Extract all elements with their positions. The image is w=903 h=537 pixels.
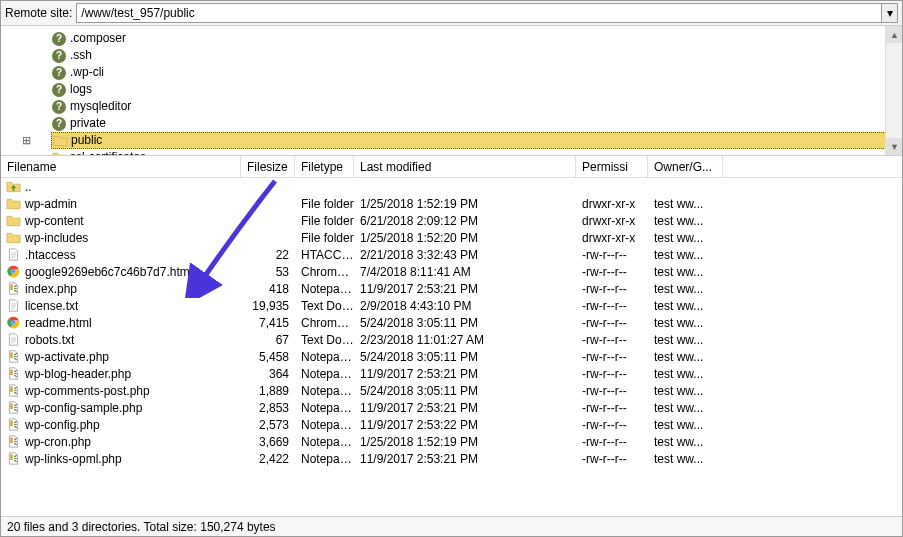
file-size: 22 <box>241 248 295 262</box>
file-permissions: -rw-r--r-- <box>576 248 648 262</box>
text-file-icon <box>5 247 21 263</box>
file-name: wp-config.php <box>25 418 100 432</box>
file-row[interactable]: .. <box>1 178 902 195</box>
file-name: wp-config-sample.php <box>25 401 142 415</box>
file-owner: test ww... <box>648 418 723 432</box>
tree-item[interactable]: ?logs <box>51 81 902 98</box>
php-file-icon <box>5 417 21 433</box>
column-filename[interactable]: Filename <box>1 156 241 177</box>
path-dropdown-button[interactable]: ▾ <box>882 3 898 23</box>
file-type: Chrome ... <box>295 265 354 279</box>
file-permissions: -rw-r--r-- <box>576 316 648 330</box>
file-owner: test ww... <box>648 214 723 228</box>
file-row[interactable]: wp-activate.php5,458Notepad...5/24/2018 … <box>1 348 902 365</box>
file-modified: 2/23/2018 11:01:27 AM <box>354 333 576 347</box>
file-modified: 2/9/2018 4:43:10 PM <box>354 299 576 313</box>
file-row[interactable]: wp-comments-post.php1,889Notepad...5/24/… <box>1 382 902 399</box>
tree-item[interactable]: ?.wp-cli <box>51 64 902 81</box>
file-row[interactable]: wp-config.php2,573Notepad...11/9/2017 2:… <box>1 416 902 433</box>
question-icon: ? <box>51 65 67 81</box>
file-row[interactable]: license.txt19,935Text Doc...2/9/2018 4:4… <box>1 297 902 314</box>
file-row[interactable]: index.php418Notepad...11/9/2017 2:53:21 … <box>1 280 902 297</box>
tree-item-label: .ssh <box>70 47 92 64</box>
scroll-up-icon[interactable]: ▲ <box>886 26 902 43</box>
file-row[interactable]: wp-config-sample.php2,853Notepad...11/9/… <box>1 399 902 416</box>
tree-item[interactable]: ?mysqleditor <box>51 98 902 115</box>
column-last-modified[interactable]: Last modified <box>354 156 576 177</box>
tree-expander-icon[interactable]: ⊞ <box>22 132 31 149</box>
file-size: 7,415 <box>241 316 295 330</box>
file-type: Chrome ... <box>295 316 354 330</box>
text-file-icon <box>5 298 21 314</box>
file-owner: test ww... <box>648 435 723 449</box>
file-row[interactable]: wp-includesFile folder1/25/2018 1:52:20 … <box>1 229 902 246</box>
tree-item[interactable]: ?private <box>51 115 902 132</box>
column-owner-group[interactable]: Owner/G... <box>648 156 723 177</box>
file-owner: test ww... <box>648 367 723 381</box>
file-name: license.txt <box>25 299 78 313</box>
file-permissions: -rw-r--r-- <box>576 401 648 415</box>
question-icon: ? <box>51 99 67 115</box>
tree-item[interactable]: ⊞public <box>51 132 902 149</box>
file-type: Notepad... <box>295 418 354 432</box>
file-name: google9269eb6c7c46b7d7.html <box>25 265 192 279</box>
file-name: wp-blog-header.php <box>25 367 131 381</box>
file-row[interactable]: readme.html7,415Chrome ...5/24/2018 3:05… <box>1 314 902 331</box>
directory-tree-pane[interactable]: ?.composer?.ssh?.wp-cli?logs?mysqleditor… <box>1 26 902 156</box>
file-name: wp-links-opml.php <box>25 452 122 466</box>
file-modified: 11/9/2017 2:53:21 PM <box>354 367 576 381</box>
tree-scrollbar[interactable]: ▲ ▼ <box>885 26 902 155</box>
file-size: 2,573 <box>241 418 295 432</box>
question-icon: ? <box>51 116 67 132</box>
file-row[interactable]: google9269eb6c7c46b7d7.html53Chrome ...7… <box>1 263 902 280</box>
file-owner: test ww... <box>648 384 723 398</box>
folder-icon <box>52 133 68 149</box>
column-permissions[interactable]: Permissi <box>576 156 648 177</box>
tree-item-label: ssl-certificates <box>70 149 146 156</box>
file-row[interactable]: robots.txt67Text Doc...2/23/2018 11:01:2… <box>1 331 902 348</box>
file-owner: test ww... <box>648 197 723 211</box>
file-modified: 11/9/2017 2:53:21 PM <box>354 282 576 296</box>
file-permissions: drwxr-xr-x <box>576 197 648 211</box>
file-type: Text Doc... <box>295 333 354 347</box>
file-modified: 5/24/2018 3:05:11 PM <box>354 384 576 398</box>
file-owner: test ww... <box>648 265 723 279</box>
remote-path-input[interactable] <box>76 3 882 23</box>
file-list-header[interactable]: Filename Filesize Filetype Last modified… <box>1 156 902 178</box>
file-permissions: -rw-r--r-- <box>576 282 648 296</box>
file-type: Notepad... <box>295 452 354 466</box>
file-modified: 1/25/2018 1:52:20 PM <box>354 231 576 245</box>
file-owner: test ww... <box>648 452 723 466</box>
file-row[interactable]: wp-adminFile folder1/25/2018 1:52:19 PMd… <box>1 195 902 212</box>
file-size: 67 <box>241 333 295 347</box>
question-icon: ? <box>51 31 67 47</box>
file-name: .htaccess <box>25 248 76 262</box>
file-modified: 11/9/2017 2:53:21 PM <box>354 401 576 415</box>
tree-item[interactable]: ?.ssh <box>51 47 902 64</box>
question-icon: ? <box>51 82 67 98</box>
file-row[interactable]: .htaccess22HTACCE...2/21/2018 3:32:43 PM… <box>1 246 902 263</box>
column-filetype[interactable]: Filetype <box>295 156 354 177</box>
file-modified: 7/4/2018 8:11:41 AM <box>354 265 576 279</box>
file-list-body[interactable]: ..wp-adminFile folder1/25/2018 1:52:19 P… <box>1 178 902 494</box>
file-size: 418 <box>241 282 295 296</box>
file-name: wp-cron.php <box>25 435 91 449</box>
file-modified: 6/21/2018 2:09:12 PM <box>354 214 576 228</box>
file-modified: 5/24/2018 3:05:11 PM <box>354 316 576 330</box>
file-row[interactable]: wp-cron.php3,669Notepad...1/25/2018 1:52… <box>1 433 902 450</box>
file-type: Notepad... <box>295 282 354 296</box>
file-row[interactable]: wp-links-opml.php2,422Notepad...11/9/201… <box>1 450 902 467</box>
file-name: wp-content <box>25 214 84 228</box>
file-owner: test ww... <box>648 350 723 364</box>
file-size: 3,669 <box>241 435 295 449</box>
file-name: wp-comments-post.php <box>25 384 150 398</box>
file-row[interactable]: wp-contentFile folder6/21/2018 2:09:12 P… <box>1 212 902 229</box>
tree-item[interactable]: ssl-certificates <box>51 149 902 156</box>
column-filesize[interactable]: Filesize <box>241 156 295 177</box>
file-permissions: -rw-r--r-- <box>576 350 648 364</box>
file-row[interactable]: wp-blog-header.php364Notepad...11/9/2017… <box>1 365 902 382</box>
text-file-icon <box>5 332 21 348</box>
scroll-down-icon[interactable]: ▼ <box>886 138 902 155</box>
file-name: wp-admin <box>25 197 77 211</box>
tree-item[interactable]: ?.composer <box>51 30 902 47</box>
